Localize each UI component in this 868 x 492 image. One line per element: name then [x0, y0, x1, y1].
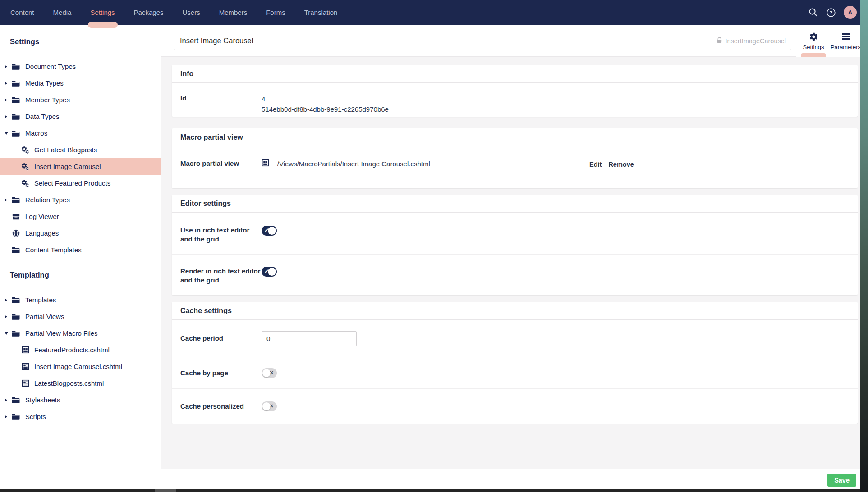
id-label: Id: [180, 94, 262, 114]
macro-partial-view-row: Macro partial view ~/Views/MacroPartials…: [172, 146, 858, 168]
caret-collapsed-icon[interactable]: [5, 82, 7, 85]
tab-parameters[interactable]: Parameters: [831, 25, 860, 57]
x-icon: ✕: [270, 404, 274, 409]
list-icon: [842, 32, 850, 42]
tree-item-get-latest-blogposts[interactable]: Get Latest Blogposts: [0, 141, 161, 158]
settings-tree-sidebar: SettingsDocument TypesMedia TypesMember …: [0, 25, 161, 489]
cache-settings-title: Cache settings: [172, 302, 858, 320]
tree-item-document-types[interactable]: Document Types: [0, 58, 161, 75]
cache-period-row: Cache period: [172, 320, 858, 357]
tree-item-insert-image-carousel[interactable]: Insert Image Carousel: [0, 158, 161, 175]
caret-collapsed-icon[interactable]: [5, 415, 7, 419]
caret-collapsed-icon[interactable]: [5, 115, 7, 118]
gears-icon: [21, 162, 30, 171]
caret-collapsed-icon[interactable]: [5, 198, 7, 202]
folder-icon: [11, 396, 20, 405]
toggle-knob: [268, 268, 276, 276]
use-in-rte-toggle[interactable]: ✓: [262, 226, 277, 236]
id-value: 4 514ebb0d-df8b-4dbb-9e91-c2265d970b6e: [262, 94, 389, 114]
folder-icon: [11, 329, 20, 338]
primary-nav-items: ContentMediaSettingsPackagesUsersMembers…: [0, 0, 860, 25]
folder-icon: [11, 129, 20, 138]
user-avatar[interactable]: A: [844, 6, 857, 19]
use-in-rte-row: Use in rich text editor and the grid ✓: [172, 213, 858, 254]
box-icon: [11, 212, 20, 221]
nav-item-members[interactable]: Members: [219, 0, 248, 25]
tree-item-insert-image-carousel-cshtml[interactable]: Insert Image Carousel.cshtml: [0, 358, 161, 375]
macro-partial-view-title: Macro partial view: [172, 128, 858, 146]
nav-item-packages[interactable]: Packages: [134, 0, 164, 25]
help-icon[interactable]: ?: [826, 8, 836, 18]
tree-item-select-featured-products[interactable]: Select Featured Products: [0, 175, 161, 191]
folder-icon: [11, 96, 20, 105]
tree-item-languages[interactable]: Languages: [0, 225, 161, 241]
macro-name-input[interactable]: [174, 32, 791, 50]
top-nav-right: ? A: [808, 0, 857, 25]
remove-link[interactable]: Remove: [608, 161, 634, 168]
tree-item-scripts[interactable]: Scripts: [0, 408, 161, 425]
nav-item-users[interactable]: Users: [182, 0, 200, 25]
cache-period-input[interactable]: [262, 331, 357, 346]
edit-link[interactable]: Edit: [589, 161, 602, 168]
folder-icon: [11, 412, 20, 421]
nav-item-translation[interactable]: Translation: [304, 0, 338, 25]
doc-icon: [21, 346, 30, 355]
scrollbar-thumb[interactable]: [155, 489, 176, 492]
macro-file-path: ~/Views/MacroPartials/Insert Image Carou…: [273, 160, 430, 168]
gears-icon: [21, 146, 30, 155]
cache-settings-panel: Cache settings Cache period Cache by pag…: [172, 302, 858, 424]
tree-item-templates[interactable]: Templates: [0, 292, 161, 308]
caret-collapsed-icon[interactable]: [5, 65, 7, 68]
folder-icon: [11, 312, 20, 321]
cache-personalized-label: Cache personalized: [180, 402, 262, 411]
folder-icon: [11, 246, 20, 255]
caret-expanded-icon[interactable]: [5, 332, 8, 335]
nav-item-content[interactable]: Content: [10, 0, 34, 25]
sidebar-section-title-settings: Settings: [10, 36, 161, 46]
main-content: InsertImageCarousel Settings Parameters …: [161, 25, 860, 489]
tree-item-featuredproducts-cshtml[interactable]: FeaturedProducts.cshtml: [0, 342, 161, 358]
tree-item-stylesheets[interactable]: Stylesheets: [0, 392, 161, 408]
tree-item-partial-view-macro-files[interactable]: Partial View Macro Files: [0, 325, 161, 342]
folder-icon: [11, 62, 20, 71]
tree-item-data-types[interactable]: Data Types: [0, 108, 161, 125]
doc-icon: [21, 362, 30, 371]
sidebar-section-title-templating: Templating: [10, 270, 161, 280]
save-button[interactable]: Save: [827, 474, 856, 487]
macro-partial-view-panel: Macro partial view Macro partial view ~/…: [172, 128, 858, 188]
use-in-rte-label: Use in rich text editor and the grid: [180, 226, 262, 244]
tree-item-partial-views[interactable]: Partial Views: [0, 308, 161, 325]
caret-expanded-icon[interactable]: [5, 132, 8, 135]
document-icon: [262, 159, 269, 168]
caret-collapsed-icon[interactable]: [5, 98, 7, 102]
tree-item-latestblogposts-cshtml[interactable]: LatestBlogposts.cshtml: [0, 375, 161, 392]
tree-item-log-viewer[interactable]: Log Viewer: [0, 208, 161, 225]
caret-collapsed-icon[interactable]: [5, 315, 7, 319]
nav-item-forms[interactable]: Forms: [266, 0, 285, 25]
tree-item-content-templates[interactable]: Content Templates: [0, 241, 161, 258]
editor-footer: Save: [161, 469, 860, 489]
nav-item-media[interactable]: Media: [53, 0, 72, 25]
tree-item-macros[interactable]: Macros: [0, 125, 161, 141]
macro-partial-view-label: Macro partial view: [180, 159, 262, 168]
tree-item-media-types[interactable]: Media Types: [0, 75, 161, 91]
background-edge-strip: [860, 0, 868, 492]
render-in-rte-row: Render in rich text editor and the grid …: [172, 254, 858, 295]
toggle-knob: [268, 227, 276, 235]
caret-collapsed-icon[interactable]: [5, 298, 7, 302]
tree-settings: Document TypesMedia TypesMember TypesDat…: [0, 58, 161, 258]
cache-personalized-toggle[interactable]: ✕: [262, 401, 277, 411]
nav-item-settings[interactable]: Settings: [90, 0, 115, 25]
tree-item-relation-types[interactable]: Relation Types: [0, 191, 161, 208]
folder-icon: [11, 296, 20, 305]
tree-item-member-types[interactable]: Member Types: [0, 91, 161, 108]
info-panel: Info Id 4 514ebb0d-df8b-4dbb-9e91-c2265d…: [172, 65, 858, 117]
caret-collapsed-icon[interactable]: [5, 398, 7, 402]
info-panel-title: Info: [172, 65, 858, 83]
render-in-rte-toggle[interactable]: ✓: [262, 267, 277, 277]
tab-settings[interactable]: Settings: [796, 25, 831, 57]
cache-by-page-toggle[interactable]: ✕: [262, 368, 277, 378]
search-icon[interactable]: [808, 7, 818, 18]
cache-by-page-label: Cache by page: [180, 369, 262, 378]
cache-personalized-row: Cache personalized ✕: [172, 388, 858, 424]
